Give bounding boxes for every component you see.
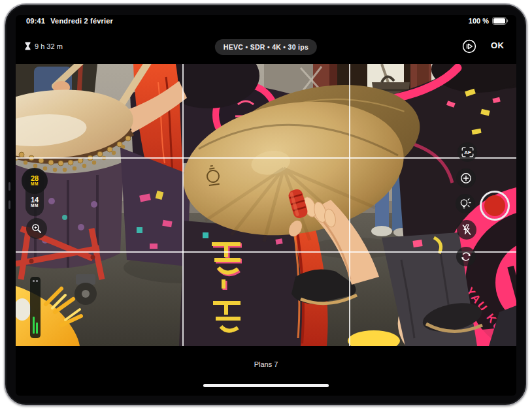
home-indicator[interactable] [203, 384, 329, 387]
white-balance-button[interactable] [456, 194, 475, 213]
flash-button[interactable] [457, 220, 476, 240]
exposure-button[interactable] [456, 168, 476, 188]
clips-count-label: Plans 7 [16, 360, 516, 368]
zoom-button[interactable] [26, 218, 47, 239]
status-date: Vendredi 2 février [50, 17, 113, 25]
grid-line-horizontal-2 [16, 251, 516, 253]
lens-button-14mm[interactable]: 14 MM [25, 197, 44, 208]
lens-28-unit: MM [31, 181, 39, 187]
battery-percent: 100 % [469, 17, 489, 25]
camera-app-screen: 09:41 Vendredi 2 février 100 % 9 h 32 m … [16, 15, 516, 396]
page: 09:41 Vendredi 2 février 100 % 9 h 32 m … [0, 0, 532, 410]
plus-circle-icon [460, 172, 472, 184]
grid-line-horizontal-1 [16, 157, 516, 159]
meter-channel-dot [33, 280, 35, 282]
lens-14-value: 14 [31, 197, 39, 203]
af-label: AF [464, 150, 471, 155]
meter-bar-left [33, 317, 35, 334]
format-badge[interactable]: HEVC • SDR • 4K • 30 ips [215, 39, 317, 55]
lens-button-28mm[interactable]: 28 MM [22, 168, 48, 194]
record-button-dot [484, 195, 505, 216]
ipad-device: 09:41 Vendredi 2 février 100 % 9 h 32 m … [4, 3, 527, 406]
magnifier-icon [31, 223, 42, 234]
monitor-button[interactable] [461, 38, 478, 55]
flash-off-icon [461, 224, 472, 236]
meter-bar-right [36, 323, 38, 334]
rotate-camera-icon [460, 251, 472, 262]
viewfinder[interactable]: YAU KUNG USA [16, 64, 516, 346]
audio-level-meter [30, 277, 41, 338]
meter-channel-dot [36, 280, 38, 282]
status-bar-left: 09:41 Vendredi 2 février [26, 17, 113, 25]
volume-button-up [8, 182, 10, 191]
status-bar-right: 100 % [469, 17, 508, 25]
lens-14-unit: MM [31, 203, 39, 208]
record-button[interactable] [480, 191, 510, 221]
volume-button-down [8, 200, 10, 209]
recording-time-remaining: 9 h 32 m [25, 42, 63, 50]
time-remaining-label: 9 h 32 m [35, 42, 63, 50]
lightbulb-icon [459, 198, 472, 210]
viewfinder-scene: YAU KUNG USA [16, 64, 516, 346]
lens-28-value: 28 [31, 175, 39, 181]
grid-line-vertical-1 [182, 64, 184, 346]
battery-full-icon [492, 17, 508, 25]
grid-line-vertical-2 [349, 64, 350, 346]
done-button[interactable]: OK [491, 40, 504, 50]
switch-camera-button[interactable] [456, 247, 476, 266]
status-time: 09:41 [26, 17, 45, 25]
af-brackets-icon: AF [461, 147, 474, 157]
autofocus-button[interactable]: AF [457, 142, 477, 162]
play-circle-icon [461, 38, 478, 55]
hourglass-icon [25, 42, 31, 50]
